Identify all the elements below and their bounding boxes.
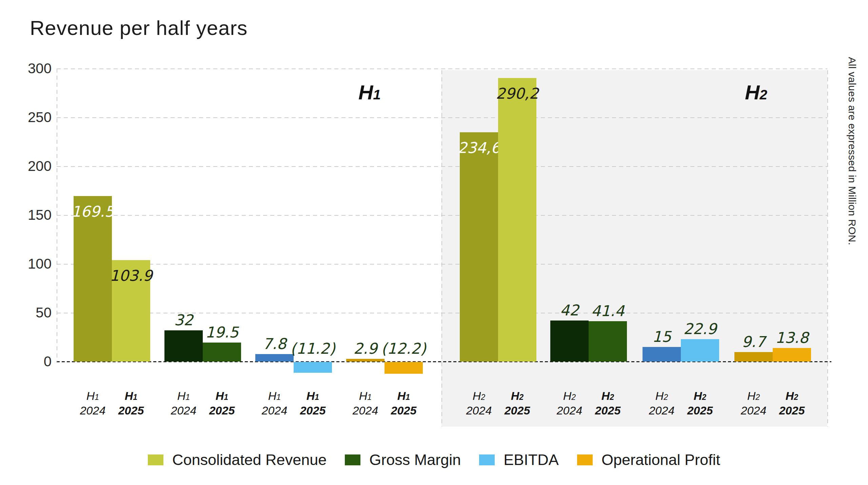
value-label-consolidated-revenue-h2-2025: 290,2 bbox=[496, 85, 539, 102]
y-axis-tick-150: 150 bbox=[12, 207, 52, 223]
half-subscript: 2 bbox=[794, 393, 798, 402]
value-label-ebitda-h1-2024: 7.8 bbox=[263, 335, 287, 352]
x-axis-label-h1-2024: H12024 bbox=[262, 389, 288, 417]
unit-note: All values are expressed in Million RON. bbox=[846, 57, 858, 245]
x-axis-label-h1-2024: H12024 bbox=[171, 389, 197, 417]
legend-swatch-gross-margin bbox=[345, 454, 360, 465]
value-label-ebitda-h2-2025: 22.9 bbox=[684, 320, 717, 337]
x-axis-label-h2-2025: H22025 bbox=[595, 389, 621, 417]
y-axis-tick-0: 0 bbox=[12, 353, 52, 370]
bar-gross-margin-h1-2025 bbox=[203, 343, 241, 362]
value-label-operational-profit-h1-2024: 2.9 bbox=[354, 340, 377, 357]
bar-gross-margin-h2-2024 bbox=[550, 321, 589, 362]
half-subscript: 1 bbox=[373, 87, 381, 102]
bar-ebitda-h2-2025 bbox=[681, 339, 719, 362]
value-label-ebitda-h1-2025: (11.2) bbox=[290, 340, 335, 357]
value-label-gross-margin-h2-2024: 42 bbox=[560, 302, 579, 319]
y-axis-tick-100: 100 bbox=[12, 256, 52, 272]
half-subscript: 2 bbox=[702, 393, 706, 402]
value-label-operational-profit-h1-2025: (12.2) bbox=[381, 340, 426, 357]
half-subscript: 2 bbox=[664, 393, 668, 402]
gridline-300 bbox=[57, 69, 827, 69]
y-axis-tick-50: 50 bbox=[12, 305, 52, 321]
half-subscript: 1 bbox=[224, 393, 228, 402]
half-subscript: 1 bbox=[185, 393, 190, 402]
half-subscript: 2 bbox=[755, 393, 760, 402]
x-axis-label-h2-2024: H22024 bbox=[466, 389, 492, 417]
bar-ebitda-h2-2024 bbox=[643, 347, 681, 362]
half-subscript: 2 bbox=[481, 393, 485, 402]
half-subscript: 1 bbox=[95, 393, 99, 402]
value-label-gross-margin-h1-2025: 19.5 bbox=[205, 324, 239, 341]
bar-ebitda-h1-2024 bbox=[255, 354, 294, 362]
value-label-consolidated-revenue-h1-2025: 103.9 bbox=[110, 267, 153, 284]
x-axis-label-h2-2025: H22025 bbox=[687, 389, 713, 417]
half-subscript: 1 bbox=[367, 393, 372, 402]
legend-swatch-consolidated-revenue bbox=[148, 454, 163, 465]
x-axis-label-h2-2025: H22025 bbox=[505, 389, 530, 417]
h2-panel-left-border bbox=[441, 70, 442, 427]
legend-label-operational-profit: Operational Profit bbox=[601, 451, 720, 469]
legend-item-operational-profit: Operational Profit bbox=[577, 451, 720, 469]
legend-item-gross-margin: Gross Margin bbox=[345, 451, 461, 469]
bar-consolidated-revenue-h2-2025 bbox=[498, 78, 536, 362]
value-label-consolidated-revenue-h2-2024: 234,6 bbox=[458, 139, 500, 156]
bar-consolidated-revenue-h2-2024 bbox=[460, 132, 498, 362]
legend-swatch-ebitda bbox=[479, 454, 495, 465]
h2-panel-right-border bbox=[827, 70, 828, 427]
section-header-h2: H2 bbox=[745, 81, 767, 104]
x-axis-label-h1-2025: H12025 bbox=[209, 389, 235, 417]
x-axis-label-h1-2024: H12024 bbox=[353, 389, 378, 417]
value-label-operational-profit-h2-2024: 9.7 bbox=[742, 333, 766, 350]
half-subscript: 1 bbox=[315, 393, 319, 402]
bar-gross-margin-h2-2025 bbox=[589, 321, 627, 362]
x-axis-label-h2-2024: H22024 bbox=[741, 389, 767, 417]
value-label-consolidated-revenue-h1-2024: 169.5 bbox=[72, 203, 114, 220]
x-axis-label-h2-2024: H22024 bbox=[649, 389, 675, 417]
legend-item-consolidated-revenue: Consolidated Revenue bbox=[148, 451, 327, 469]
half-subscript: 2 bbox=[519, 393, 524, 402]
value-label-ebitda-h2-2024: 15 bbox=[652, 328, 671, 345]
legend: Consolidated RevenueGross MarginEBITDAOp… bbox=[0, 451, 868, 469]
x-axis-label-h2-2024: H22024 bbox=[557, 389, 583, 417]
y-axis-tick-300: 300 bbox=[12, 60, 52, 77]
legend-label-ebitda: EBITDA bbox=[504, 451, 559, 469]
section-header-h1: H1 bbox=[358, 81, 381, 104]
bar-operational-profit-h1-2024 bbox=[346, 359, 384, 362]
x-axis-label-h1-2024: H12024 bbox=[80, 389, 106, 417]
half-subscript: 1 bbox=[133, 393, 137, 402]
legend-label-gross-margin: Gross Margin bbox=[369, 451, 461, 469]
bar-ebitda-h1-2025 bbox=[294, 362, 332, 373]
value-label-gross-margin-h1-2024: 32 bbox=[174, 311, 193, 329]
y-axis-tick-250: 250 bbox=[12, 109, 52, 125]
bar-gross-margin-h1-2024 bbox=[164, 330, 203, 362]
value-label-gross-margin-h2-2025: 41.4 bbox=[591, 302, 625, 319]
half-subscript: 2 bbox=[760, 87, 767, 102]
y-axis-line bbox=[57, 69, 57, 362]
half-subscript: 2 bbox=[571, 393, 576, 402]
chart-title: Revenue per half years bbox=[30, 16, 248, 40]
y-axis-tick-200: 200 bbox=[12, 158, 52, 174]
value-label-operational-profit-h2-2025: 13.8 bbox=[775, 329, 809, 346]
legend-swatch-operational-profit bbox=[577, 454, 593, 465]
half-subscript: 2 bbox=[610, 393, 614, 402]
x-axis-label-h2-2025: H22025 bbox=[779, 389, 805, 417]
chart-canvas: Revenue per half years All values are ex… bbox=[0, 0, 868, 485]
bar-consolidated-revenue-h1-2024 bbox=[74, 196, 112, 362]
x-axis-label-h1-2025: H12025 bbox=[391, 389, 417, 417]
bar-operational-profit-h2-2024 bbox=[734, 352, 773, 362]
half-subscript: 1 bbox=[276, 393, 281, 402]
bar-operational-profit-h1-2025 bbox=[384, 362, 423, 374]
x-axis-label-h1-2025: H12025 bbox=[300, 389, 326, 417]
bar-operational-profit-h2-2025 bbox=[773, 348, 811, 362]
legend-item-ebitda: EBITDA bbox=[479, 451, 559, 469]
half-subscript: 1 bbox=[406, 393, 410, 402]
legend-label-consolidated-revenue: Consolidated Revenue bbox=[172, 451, 327, 469]
x-axis-label-h1-2025: H12025 bbox=[118, 389, 144, 417]
